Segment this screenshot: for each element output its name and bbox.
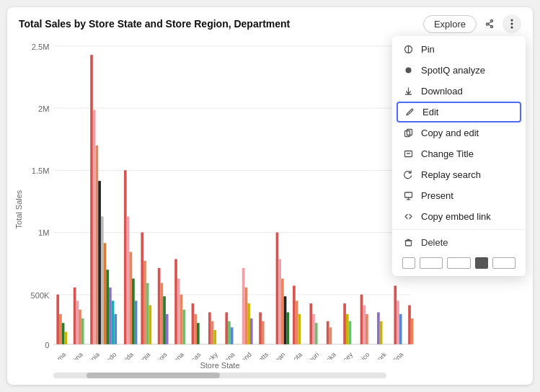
x-axis-label: Store State — [25, 360, 415, 373]
chart-card: Total Sales by Store State and Store Reg… — [7, 7, 533, 385]
svg-rect-101 — [349, 321, 352, 344]
menu-label-embed: Copy embed link — [421, 211, 491, 222]
share-button[interactable] — [481, 15, 498, 32]
svg-rect-71 — [192, 303, 195, 344]
svg-rect-105 — [377, 312, 380, 344]
svg-rect-78 — [228, 321, 231, 344]
svg-rect-39 — [64, 331, 67, 344]
menu-item-replay[interactable]: Replay search — [392, 164, 526, 185]
svg-point-0 — [511, 19, 513, 22]
menu-item-spotiq[interactable]: SpotIQ analyze — [392, 60, 526, 81]
size-xl[interactable] — [492, 257, 515, 269]
svg-rect-55 — [127, 216, 130, 344]
size-medium[interactable] — [420, 257, 443, 269]
chart-svg-area: 2.5M 2M 1.5M 1M 500K 0 — [25, 37, 415, 360]
svg-rect-56 — [129, 252, 132, 344]
svg-rect-49 — [104, 243, 107, 344]
scrollbar-thumb — [87, 373, 220, 378]
svg-rect-70 — [182, 310, 185, 344]
present-icon — [402, 191, 414, 200]
svg-rect-119 — [404, 192, 412, 197]
svg-rect-122 — [405, 241, 411, 246]
size-large[interactable] — [447, 257, 470, 269]
svg-rect-111 — [411, 318, 414, 344]
menu-label-replay: Replay search — [421, 169, 481, 180]
size-small[interactable] — [402, 257, 415, 269]
svg-rect-68 — [177, 279, 180, 344]
size-full[interactable] — [475, 257, 488, 269]
menu-item-edit[interactable]: Edit — [397, 102, 521, 122]
svg-rect-102 — [360, 295, 363, 344]
menu-item-change-title[interactable]: Change Title — [392, 143, 526, 164]
menu-item-download[interactable]: Download — [392, 81, 526, 102]
svg-point-114 — [405, 68, 411, 74]
svg-rect-87 — [278, 259, 281, 344]
svg-text:alabama: alabama — [44, 350, 68, 360]
svg-rect-54 — [124, 170, 127, 344]
svg-rect-47 — [98, 181, 101, 344]
menu-label-pin: Pin — [421, 44, 435, 55]
embed-icon — [402, 212, 414, 221]
download-icon — [402, 86, 414, 96]
chart-title: Total Sales by Store State and Store Reg… — [19, 18, 290, 30]
svg-rect-79 — [231, 327, 234, 344]
svg-rect-73 — [197, 323, 200, 344]
svg-rect-58 — [135, 300, 138, 344]
svg-text:illinois: illinois — [151, 351, 169, 360]
menu-label-delete: Delete — [421, 237, 448, 248]
svg-rect-83 — [250, 318, 253, 344]
svg-rect-41 — [76, 300, 79, 344]
svg-rect-84 — [259, 312, 262, 344]
menu-size-row — [392, 253, 526, 273]
svg-rect-45 — [93, 110, 96, 344]
svg-rect-106 — [380, 321, 383, 344]
svg-rect-69 — [180, 295, 183, 344]
menu-item-embed[interactable]: Copy embed link — [392, 206, 526, 227]
svg-rect-82 — [247, 303, 250, 344]
svg-text:2.5M: 2.5M — [32, 43, 50, 51]
chart-container: Total Sales 2.5M 2M 1.5M 1M — [13, 37, 415, 381]
svg-rect-63 — [158, 268, 161, 344]
svg-text:1M: 1M — [38, 228, 49, 237]
svg-rect-86 — [276, 233, 279, 344]
menu-label-change-title: Change Title — [421, 148, 474, 159]
menu-item-present[interactable]: Present — [392, 185, 526, 206]
svg-rect-97 — [327, 321, 329, 344]
svg-rect-108 — [397, 300, 399, 344]
svg-rect-88 — [281, 279, 284, 344]
y-axis-label: Total Sales — [13, 37, 25, 381]
svg-rect-92 — [296, 300, 298, 344]
svg-rect-72 — [194, 314, 197, 344]
svg-rect-36 — [56, 295, 59, 344]
svg-rect-93 — [298, 314, 301, 344]
explore-button[interactable]: Explore — [423, 15, 477, 33]
svg-rect-57 — [132, 279, 135, 344]
svg-rect-74 — [208, 312, 211, 344]
context-menu: PinSpotIQ analyzeDownloadEditCopy and ed… — [392, 36, 526, 276]
delete-icon — [402, 238, 414, 247]
svg-rect-38 — [62, 323, 65, 344]
svg-text:georgia: georgia — [131, 350, 152, 360]
menu-label-edit: Edit — [422, 107, 438, 117]
menu-item-delete[interactable]: Delete — [392, 232, 526, 253]
svg-rect-64 — [160, 283, 163, 344]
svg-text:kansas: kansas — [182, 351, 203, 360]
menu-item-pin[interactable]: Pin — [392, 39, 526, 60]
svg-rect-61 — [146, 283, 149, 344]
svg-rect-60 — [143, 261, 146, 344]
svg-rect-80 — [242, 268, 245, 344]
svg-text:indiana: indiana — [165, 350, 186, 360]
share-icon — [484, 18, 495, 30]
svg-rect-40 — [74, 288, 76, 344]
scrollbar-track[interactable] — [53, 373, 386, 378]
svg-rect-100 — [346, 314, 349, 344]
svg-rect-43 — [81, 318, 84, 344]
svg-rect-77 — [225, 312, 228, 344]
svg-rect-85 — [262, 321, 265, 344]
svg-text:1.5M: 1.5M — [32, 166, 50, 175]
more-button[interactable] — [503, 14, 521, 33]
menu-item-copy-edit[interactable]: Copy and edit — [392, 122, 526, 143]
svg-rect-51 — [109, 288, 112, 344]
svg-text:500K: 500K — [31, 291, 50, 300]
chart-area: Total Sales 2.5M 2M 1.5M 1M — [7, 37, 421, 385]
